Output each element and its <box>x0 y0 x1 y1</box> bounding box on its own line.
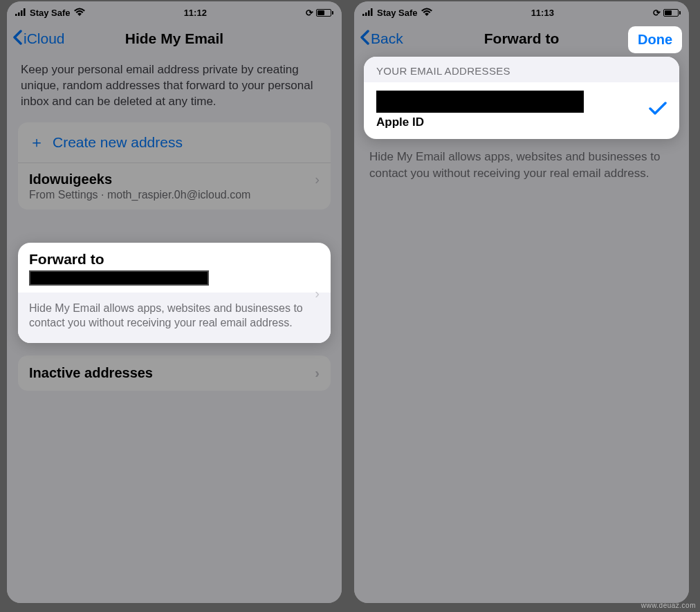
inactive-card: Inactive addresses › <box>18 355 331 391</box>
done-button[interactable]: Done <box>628 26 682 53</box>
back-label: iCloud <box>24 30 65 47</box>
rotation-lock-icon: ⟳ <box>653 8 661 18</box>
wifi-icon <box>421 8 432 18</box>
back-label: Back <box>371 30 403 47</box>
footer-text: Hide My Email allows apps, websites and … <box>354 139 689 192</box>
svg-rect-5 <box>365 12 367 16</box>
nav-bar: iCloud Hide My Email <box>7 21 342 57</box>
intro-text: Keep your personal email address private… <box>18 57 331 122</box>
email-address-row[interactable]: Apple ID <box>364 82 679 139</box>
status-bar: Stay Safe 11:13 ⟳ <box>354 1 689 21</box>
redacted-email <box>29 270 209 286</box>
svg-rect-2 <box>21 10 23 16</box>
svg-rect-3 <box>24 8 26 16</box>
plus-icon: ＋ <box>29 132 44 153</box>
svg-rect-6 <box>368 10 370 16</box>
inactive-addresses-row[interactable]: Inactive addresses › <box>18 355 331 391</box>
carrier-label: Stay Safe <box>30 8 71 18</box>
redacted-email <box>376 91 584 113</box>
apple-id-label: Apple ID <box>376 115 584 129</box>
signal-icon <box>15 8 26 18</box>
status-time: 11:12 <box>184 8 207 18</box>
section-header: YOUR EMAIL ADDRESSES <box>364 57 679 82</box>
carrier-label: Stay Safe <box>377 8 418 18</box>
battery-icon <box>316 9 333 17</box>
signal-icon <box>362 8 374 18</box>
chevron-right-icon: › <box>315 171 320 187</box>
page-title: Hide My Email <box>125 30 223 47</box>
svg-rect-1 <box>18 12 20 16</box>
forward-to-footer: Hide My Email allows apps, websites and … <box>18 293 331 343</box>
address-row[interactable]: Idowuigeeks From Settings · moth_raspier… <box>18 163 331 210</box>
forward-to-card: Forward to › Hide My Email allows apps, … <box>18 243 331 343</box>
done-label: Done <box>638 32 672 47</box>
battery-icon <box>663 9 681 17</box>
phone-left: Stay Safe 11:12 ⟳ iCloud Hide My Email K… <box>7 1 342 603</box>
email-addresses-card: YOUR EMAIL ADDRESSES Apple ID <box>364 57 679 139</box>
create-address-button[interactable]: ＋ Create new address <box>18 122 331 163</box>
status-bar: Stay Safe 11:12 ⟳ <box>7 1 342 21</box>
page-title: Forward to <box>484 30 560 47</box>
chevron-right-icon: › <box>315 286 320 302</box>
back-button[interactable]: Back <box>360 30 403 48</box>
chevron-right-icon: › <box>315 365 320 381</box>
watermark: www.deuaz.com <box>641 602 696 609</box>
svg-rect-7 <box>371 8 373 16</box>
svg-rect-4 <box>362 14 365 16</box>
checkmark-icon <box>649 100 667 120</box>
svg-rect-0 <box>15 14 17 16</box>
rotation-lock-icon: ⟳ <box>306 8 313 18</box>
wifi-icon <box>74 8 85 18</box>
chevron-left-icon <box>360 30 369 48</box>
forward-to-title: Forward to <box>29 251 320 268</box>
address-name: Idowuigeeks <box>29 171 112 187</box>
forward-to-row[interactable]: Forward to › <box>18 243 331 293</box>
create-address-label: Create new address <box>53 134 183 151</box>
address-subtitle: From Settings · moth_raspier.0h@icloud.c… <box>29 189 250 201</box>
inactive-label: Inactive addresses <box>29 365 153 381</box>
status-time: 11:13 <box>531 8 554 18</box>
phone-right: Stay Safe 11:13 ⟳ Back Forward to Done <box>354 1 689 603</box>
nav-bar: Back Forward to Done <box>354 21 689 57</box>
back-button[interactable]: iCloud <box>12 30 65 48</box>
addresses-card: ＋ Create new address Idowuigeeks From Se… <box>18 122 331 210</box>
chevron-left-icon <box>12 30 22 48</box>
